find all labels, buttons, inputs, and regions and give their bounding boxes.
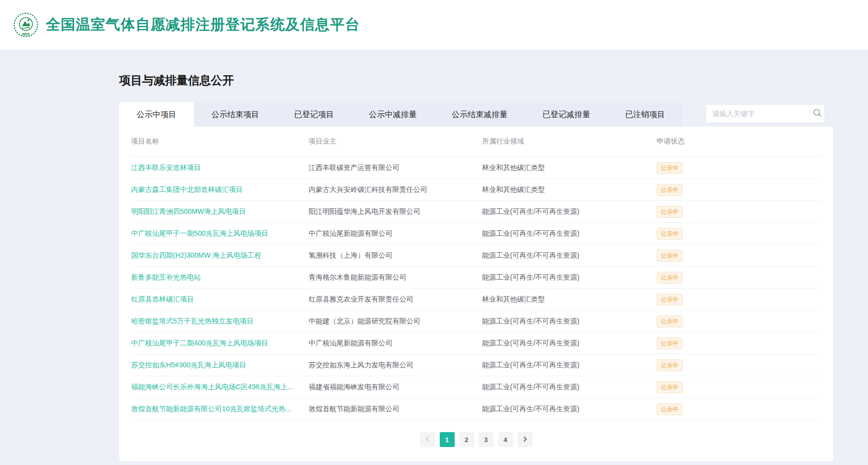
status-badge: 公示中 [657, 206, 683, 218]
status-badge: 公示中 [657, 381, 683, 393]
chevron-left-icon [425, 436, 431, 444]
search-button[interactable] [809, 105, 825, 123]
industry-sector: 林业和其他碳汇类型 [482, 295, 657, 304]
project-owner: 苏交控如东海上风力发电有限公司 [309, 361, 482, 370]
tab-bar: 公示中项目 公示结束项目 已登记项目 公示中减排量 公示结束减排量 已登记减排量… [119, 102, 683, 127]
project-name-link[interactable]: 哈密熔盐塔式5万千瓦光热独立发电项目 [131, 317, 254, 325]
project-owner: 中能建（北京）能源研究院有限公司 [309, 317, 482, 326]
project-owner: 中广核汕尾新能源有限公司 [309, 229, 482, 238]
industry-sector: 能源工业(可再生/不可再生资源) [482, 317, 657, 326]
status-badge: 公示中 [657, 315, 683, 327]
pagination-prev-button[interactable] [420, 432, 435, 447]
tab-projects-registered[interactable]: 已登记项目 [277, 102, 351, 127]
industry-sector: 能源工业(可再生/不可再生资源) [482, 273, 657, 282]
pagination-page-3[interactable]: 3 [479, 432, 494, 447]
table-row: 内蒙古森工集团中北部造林碳汇项目 内蒙古大兴安岭碳汇科技有限责任公司 林业和其他… [131, 179, 821, 201]
table-row: 福能海峡公司长乐外海海上风电场C区496兆瓦海上... 福建省福能海峡发电有限公… [131, 376, 821, 398]
project-name-link[interactable]: 福能海峡公司长乐外海海上风电场C区496兆瓦海上... [131, 383, 293, 391]
project-owner: 福建省福能海峡发电有限公司 [309, 383, 482, 392]
industry-sector: 能源工业(可再生/不可再生资源) [482, 339, 657, 348]
pagination: 1 2 3 4 [131, 420, 821, 452]
column-header-project-owner: 项目业主 [309, 137, 482, 146]
chevron-right-icon [522, 436, 528, 444]
tab-projects-in-notice[interactable]: 公示中项目 [119, 102, 194, 127]
project-owner: 红原县雅克农业开发有限责任公司 [309, 295, 482, 304]
table-row: 哈密熔盐塔式5万千瓦光热独立发电项目 中能建（北京）能源研究院有限公司 能源工业… [131, 310, 821, 332]
status-badge: 公示中 [657, 228, 683, 240]
table-row: 明阳阳江青洲四500MW海上风电项目 阳江明阳蕴华海上风电开发有限公司 能源工业… [131, 201, 821, 223]
pagination-page-2[interactable]: 2 [459, 432, 474, 447]
industry-sector: 能源工业(可再生/不可再生资源) [482, 207, 657, 216]
industry-sector: 能源工业(可再生/不可再生资源) [482, 383, 657, 392]
site-header: MEE 全国温室气体自愿减排注册登记系统及信息平台 [0, 0, 868, 50]
table-header-row: 项目名称 项目业主 所属行业领域 申请状态 [131, 127, 821, 157]
tab-reductions-registered[interactable]: 已登记减排量 [525, 102, 608, 127]
status-badge: 公示中 [657, 403, 683, 415]
search-icon [813, 108, 822, 119]
tab-projects-notice-ended[interactable]: 公示结束项目 [194, 102, 277, 127]
status-badge: 公示中 [657, 162, 683, 174]
logo-text: MEE [22, 32, 30, 36]
status-badge: 公示中 [657, 272, 683, 284]
status-badge: 公示中 [657, 294, 683, 306]
project-name-link[interactable]: 明阳阳江青洲四500MW海上风电项目 [131, 207, 246, 215]
project-owner: 青海格尔木鲁能新能源有限公司 [309, 273, 482, 282]
industry-sector: 林业和其他碳汇类型 [482, 163, 657, 172]
tabs-row: 公示中项目 公示结束项目 已登记项目 公示中减排量 公示结束减排量 已登记减排量… [119, 102, 833, 127]
column-header-application-status: 申请状态 [657, 137, 821, 146]
status-badge: 公示中 [657, 359, 683, 371]
project-owner: 氢溯科技（上海）有限公司 [309, 251, 482, 260]
table-row: 江西丰联乐安造林项目 江西丰联碳资产运营有限公司 林业和其他碳汇类型 公示中 [131, 157, 821, 179]
status-badge: 公示中 [657, 250, 683, 262]
industry-sector: 能源工业(可再生/不可再生资源) [482, 251, 657, 260]
project-name-link[interactable]: 江西丰联乐安造林项目 [131, 163, 201, 171]
table-row: 红原县造林碳汇项目 红原县雅克农业开发有限责任公司 林业和其他碳汇类型 公示中 [131, 289, 821, 310]
industry-sector: 能源工业(可再生/不可再生资源) [482, 361, 657, 370]
project-owner: 江西丰联碳资产运营有限公司 [309, 163, 482, 172]
project-owner: 内蒙古大兴安岭碳汇科技有限责任公司 [309, 185, 482, 194]
pagination-page-1[interactable]: 1 [440, 432, 455, 447]
tab-reductions-in-notice[interactable]: 公示中减排量 [351, 102, 434, 127]
project-name-link[interactable]: 新鲁多能互补光热电站 [131, 273, 201, 281]
table-row: 敦煌首航节能新能源有限公司10兆瓦熔盐塔式光热... 敦煌首航节能新能源有限公司… [131, 398, 821, 420]
mee-logo-icon: MEE [13, 12, 39, 38]
status-badge: 公示中 [657, 337, 683, 349]
project-name-link[interactable]: 红原县造林碳汇项目 [131, 295, 194, 303]
section-title: 项目与减排量信息公开 [119, 73, 833, 88]
site-title: 全国温室气体自愿减排注册登记系统及信息平台 [46, 15, 360, 35]
column-header-project-name: 项目名称 [131, 137, 309, 146]
tab-reductions-notice-ended[interactable]: 公示结束减排量 [434, 102, 525, 127]
search-input[interactable] [706, 105, 809, 123]
project-name-link[interactable]: 国华东台四期(H2)300MW 海上风电场工程 [131, 251, 261, 259]
industry-sector: 林业和其他碳汇类型 [482, 185, 657, 194]
column-header-industry-sector: 所属行业领域 [482, 137, 657, 146]
project-name-link[interactable]: 内蒙古森工集团中北部造林碳汇项目 [131, 185, 243, 193]
table-row: 中广核汕尾甲子一期500兆瓦海上风电场项目 中广核汕尾新能源有限公司 能源工业(… [131, 223, 821, 245]
table-row: 国华东台四期(H2)300MW 海上风电场工程 氢溯科技（上海）有限公司 能源工… [131, 245, 821, 267]
industry-sector: 能源工业(可再生/不可再生资源) [482, 229, 657, 238]
search-box [705, 104, 825, 123]
app-root: MEE 全国温室气体自愿减排注册登记系统及信息平台 项目与减排量信息公开 公示中… [0, 0, 868, 465]
project-owner: 敦煌首航节能新能源有限公司 [309, 405, 482, 414]
table-row: 中广核汕尾甲子二期400兆瓦海上风电场项目 中广核汕尾新能源有限公司 能源工业(… [131, 332, 821, 354]
status-badge: 公示中 [657, 184, 683, 196]
main-content: 项目与减排量信息公开 公示中项目 公示结束项目 已登记项目 公示中减排量 公示结… [0, 50, 868, 461]
project-name-link[interactable]: 中广核汕尾甲子一期500兆瓦海上风电场项目 [131, 229, 268, 237]
project-owner: 中广核汕尾新能源有限公司 [309, 339, 482, 348]
project-name-link[interactable]: 敦煌首航节能新能源有限公司10兆瓦熔盐塔式光热... [131, 405, 291, 413]
tab-projects-cancelled[interactable]: 已注销项目 [608, 102, 683, 127]
table-row: 新鲁多能互补光热电站 青海格尔木鲁能新能源有限公司 能源工业(可再生/不可再生资… [131, 267, 821, 289]
project-name-link[interactable]: 中广核汕尾甲子二期400兆瓦海上风电场项目 [131, 339, 268, 347]
industry-sector: 能源工业(可再生/不可再生资源) [482, 405, 657, 414]
pagination-page-4[interactable]: 4 [498, 432, 513, 447]
project-name-link[interactable]: 苏交控如东H5#300兆瓦海上风电项目 [131, 361, 246, 369]
table-row: 苏交控如东H5#300兆瓦海上风电项目 苏交控如东海上风力发电有限公司 能源工业… [131, 354, 821, 376]
pagination-next-button[interactable] [518, 432, 532, 447]
data-table-card: 项目名称 项目业主 所属行业领域 申请状态 江西丰联乐安造林项目 江西丰联碳资产… [119, 127, 833, 461]
project-owner: 阳江明阳蕴华海上风电开发有限公司 [309, 207, 482, 216]
